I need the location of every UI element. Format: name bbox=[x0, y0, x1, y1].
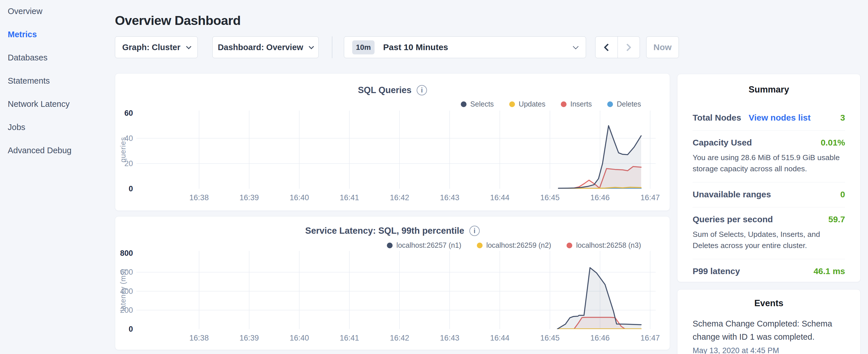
info-icon[interactable]: i bbox=[469, 226, 480, 236]
legend-dot-icon bbox=[461, 101, 467, 107]
graph-scope-dropdown[interactable]: Graph: Cluster bbox=[115, 36, 198, 58]
x-tick-label: 16:40 bbox=[290, 334, 309, 343]
events-panel: Events Schema Change Completed: Schema c… bbox=[677, 289, 861, 354]
sql-queries-chart-card: SQL Queries i SelectsUpdatesInsertsDelet… bbox=[115, 73, 670, 211]
legend-item-deletes[interactable]: Deletes bbox=[607, 100, 641, 108]
time-range-label: Past 10 Minutes bbox=[383, 42, 574, 52]
sidebar-nav: OverviewMetricsDatabasesStatementsNetwor… bbox=[8, 6, 111, 169]
time-step-buttons bbox=[595, 36, 640, 58]
chevron-down-icon bbox=[309, 44, 314, 49]
legend-dot-icon bbox=[561, 101, 566, 107]
summary-label: Total Nodes bbox=[693, 113, 741, 123]
chart-title: SQL Queries bbox=[358, 85, 411, 95]
chart-legend: SelectsUpdatesInsertsDeletes bbox=[461, 100, 641, 108]
chevron-down-icon bbox=[573, 43, 579, 49]
y-tick-label: 60 bbox=[115, 108, 133, 118]
summary-label: Capacity Used bbox=[693, 138, 752, 148]
sidebar-item-network-latency[interactable]: Network Latency bbox=[8, 99, 111, 109]
sidebar-item-statements[interactable]: Statements bbox=[8, 76, 111, 86]
summary-rows: Total NodesView nodes list3Capacity Used… bbox=[693, 106, 845, 284]
x-tick-label: 16:46 bbox=[590, 193, 610, 202]
summary-title: Summary bbox=[677, 85, 860, 95]
summary-value: 46.1 ms bbox=[813, 266, 845, 276]
events-title: Events bbox=[677, 298, 860, 309]
x-tick-label: 16:43 bbox=[440, 334, 459, 343]
chevron-right-icon bbox=[624, 43, 631, 51]
time-range-badge: 10m bbox=[352, 40, 375, 55]
legend-dot-icon bbox=[387, 243, 393, 248]
legend-item-localhost-26258-n3-[interactable]: localhost:26258 (n3) bbox=[566, 241, 641, 250]
y-tick-label: 40 bbox=[115, 134, 133, 143]
info-icon[interactable]: i bbox=[417, 85, 427, 95]
legend-label: localhost:26257 (n1) bbox=[396, 241, 461, 250]
x-tick-label: 16:46 bbox=[590, 334, 610, 343]
sidebar-item-overview[interactable]: Overview bbox=[8, 6, 111, 16]
toolbar-divider bbox=[332, 36, 333, 58]
y-tick-label: 200 bbox=[115, 305, 133, 315]
overview-dashboard-page: { "colors": { "accent_blue": "#2a6cf5", … bbox=[0, 0, 868, 354]
x-tick-label: 16:38 bbox=[189, 334, 209, 343]
event-text: Schema Change Completed: Schema change w… bbox=[693, 317, 845, 344]
x-tick-label: 16:41 bbox=[340, 193, 359, 202]
x-tick-label: 16:41 bbox=[340, 334, 359, 343]
legend-label: Deletes bbox=[617, 100, 641, 108]
legend-label: Inserts bbox=[570, 100, 592, 108]
legend-label: Updates bbox=[519, 100, 545, 108]
x-tick-label: 16:45 bbox=[540, 193, 560, 202]
chevron-left-icon bbox=[604, 43, 612, 51]
sidebar-item-metrics[interactable]: Metrics bbox=[8, 30, 111, 39]
legend-label: localhost:26258 (n3) bbox=[576, 241, 641, 250]
summary-row: Queries per second59.7Sum of Selects, Up… bbox=[693, 207, 845, 259]
dashboard-dropdown-label: Dashboard: Overview bbox=[218, 43, 303, 52]
y-tick-label: 600 bbox=[115, 267, 133, 277]
chart-svg bbox=[136, 110, 656, 189]
legend-dot-icon bbox=[607, 101, 613, 107]
summary-description: Sum of Selects, Updates, Inserts, and De… bbox=[693, 229, 845, 251]
legend-item-updates[interactable]: Updates bbox=[509, 100, 545, 108]
view-nodes-link[interactable]: View nodes list bbox=[748, 113, 810, 123]
step-back-button[interactable] bbox=[595, 37, 618, 58]
summary-value: 59.7 bbox=[829, 215, 845, 224]
legend-label: localhost:26259 (n2) bbox=[486, 241, 551, 250]
x-tick-label: 16:43 bbox=[440, 193, 459, 202]
x-tick-label: 16:42 bbox=[390, 334, 409, 343]
sidebar-item-databases[interactable]: Databases bbox=[8, 53, 111, 62]
service-latency-chart-card: Service Latency: SQL, 99th percentile i … bbox=[115, 216, 670, 350]
x-tick-label: 16:39 bbox=[240, 334, 259, 343]
sidebar-item-advanced-debug[interactable]: Advanced Debug bbox=[8, 146, 111, 155]
y-tick-label: 0 bbox=[115, 324, 133, 334]
y-tick-label: 20 bbox=[115, 159, 133, 168]
chart-title: Service Latency: SQL, 99th percentile bbox=[305, 226, 464, 236]
x-tick-label: 16:38 bbox=[189, 193, 209, 202]
now-button[interactable]: Now bbox=[646, 36, 679, 58]
chart-plot-area bbox=[136, 251, 656, 329]
chart-legend: localhost:26257 (n1)localhost:26259 (n2)… bbox=[387, 241, 641, 250]
x-tick-label: 16:40 bbox=[290, 193, 309, 202]
legend-item-localhost-26257-n1-[interactable]: localhost:26257 (n1) bbox=[387, 241, 461, 250]
time-range-dropdown[interactable]: 10m Past 10 Minutes bbox=[344, 36, 586, 58]
summary-label: Queries per second bbox=[693, 215, 773, 224]
dashboard-dropdown[interactable]: Dashboard: Overview bbox=[212, 36, 319, 58]
event-timestamp: May 13, 2020 at 4:45 PM bbox=[693, 346, 845, 354]
x-tick-label: 16:45 bbox=[540, 334, 560, 343]
legend-item-inserts[interactable]: Inserts bbox=[561, 100, 592, 108]
summary-row: Total NodesView nodes list3 bbox=[693, 106, 845, 130]
x-tick-label: 16:42 bbox=[390, 193, 409, 202]
summary-row: Unavailable ranges0 bbox=[693, 183, 845, 207]
x-tick-label: 16:47 bbox=[641, 193, 660, 202]
summary-row: Capacity Used0.01%You are using 28.6 MiB… bbox=[693, 131, 845, 182]
legend-label: Selects bbox=[470, 100, 494, 108]
step-forward-button[interactable] bbox=[618, 37, 640, 58]
sidebar-item-jobs[interactable]: Jobs bbox=[8, 122, 111, 132]
x-tick-label: 16:44 bbox=[490, 334, 509, 343]
legend-dot-icon bbox=[477, 243, 483, 248]
summary-label: P99 latency bbox=[693, 266, 740, 276]
x-tick-label: 16:44 bbox=[490, 193, 509, 202]
summary-value: 3 bbox=[840, 113, 845, 123]
y-tick-label: 400 bbox=[115, 287, 133, 296]
legend-item-localhost-26259-n2-[interactable]: localhost:26259 (n2) bbox=[477, 241, 551, 250]
y-tick-label: 0 bbox=[115, 184, 133, 193]
page-title: Overview Dashboard bbox=[115, 13, 241, 28]
legend-item-selects[interactable]: Selects bbox=[461, 100, 494, 108]
legend-dot-icon bbox=[566, 243, 572, 248]
